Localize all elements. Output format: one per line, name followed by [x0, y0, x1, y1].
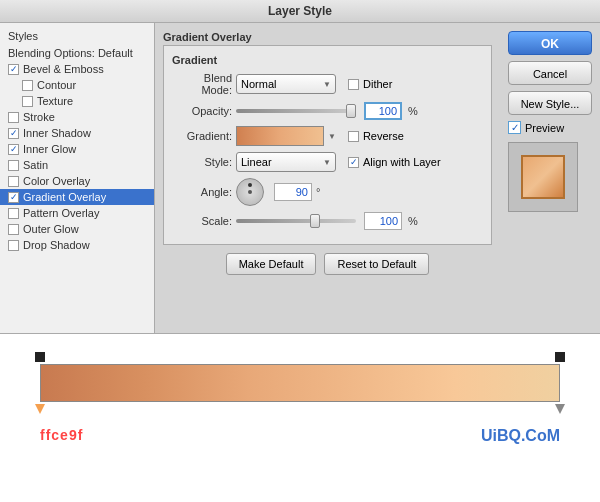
opacity-row: Opacity: %: [172, 102, 483, 120]
right-panel: OK Cancel New Style... Preview: [500, 23, 600, 333]
dropdown-arrow-gradient-icon: ▼: [328, 132, 336, 141]
watermark-label: UiBQ.CoM: [481, 427, 560, 445]
blend-mode-value: Normal: [241, 78, 276, 90]
gradient-swatch[interactable]: [236, 126, 324, 146]
preview-label: Preview: [525, 122, 564, 134]
gradient-bar: [41, 365, 559, 401]
color-overlay-checkbox[interactable]: [8, 176, 19, 187]
sidebar-title: Styles: [0, 27, 154, 45]
sidebar-item-pattern-overlay[interactable]: Pattern Overlay: [0, 205, 154, 221]
sidebar-item-gradient-overlay[interactable]: Gradient Overlay: [0, 189, 154, 205]
dither-checkbox[interactable]: [348, 79, 359, 90]
sidebar-item-inner-shadow[interactable]: Inner Shadow: [0, 125, 154, 141]
dialog-body: Styles Blending Options: Default Bevel &…: [0, 23, 600, 333]
sidebar-item-contour[interactable]: Contour: [0, 77, 154, 93]
style-label: Style:: [172, 156, 232, 168]
pattern-overlay-checkbox[interactable]: [8, 208, 19, 219]
angle-input[interactable]: [274, 183, 312, 201]
gradient-bar-container: [20, 364, 580, 402]
scale-label: Scale:: [172, 215, 232, 227]
section-title: Gradient Overlay: [163, 31, 492, 43]
opacity-label: Opacity:: [172, 105, 232, 117]
stop-bottom-left[interactable]: [35, 404, 45, 414]
dial-center: [248, 190, 252, 194]
stroke-checkbox[interactable]: [8, 112, 19, 123]
bevel-emboss-checkbox[interactable]: [8, 64, 19, 75]
scale-row: Scale: %: [172, 212, 483, 230]
sidebar: Styles Blending Options: Default Bevel &…: [0, 23, 155, 333]
scale-input[interactable]: [364, 212, 402, 230]
blend-mode-dropdown[interactable]: Normal ▼: [236, 74, 336, 94]
satin-checkbox[interactable]: [8, 160, 19, 171]
gradient-overlay-checkbox[interactable]: [8, 192, 19, 203]
opacity-input[interactable]: [364, 102, 402, 120]
style-dropdown-arrow-icon: ▼: [323, 158, 331, 167]
item-label: Gradient Overlay: [23, 191, 106, 203]
texture-checkbox[interactable]: [22, 96, 33, 107]
contour-checkbox[interactable]: [22, 80, 33, 91]
sidebar-item-blending-options[interactable]: Blending Options: Default: [0, 45, 154, 61]
sidebar-item-inner-glow[interactable]: Inner Glow: [0, 141, 154, 157]
sidebar-item-texture[interactable]: Texture: [0, 93, 154, 109]
new-style-button[interactable]: New Style...: [508, 91, 592, 115]
preview-row: Preview: [508, 121, 592, 134]
preview-thumbnail: [508, 142, 578, 212]
group-title: Gradient: [172, 54, 483, 66]
opacity-slider-thumb[interactable]: [346, 104, 356, 118]
reverse-checkbox[interactable]: [348, 131, 359, 142]
stop-top-right[interactable]: [555, 352, 565, 362]
title-bar: Layer Style: [0, 0, 600, 23]
gradient-label: Gradient:: [172, 130, 232, 142]
color-hex-label: ffce9f: [40, 427, 83, 445]
reverse-label: Reverse: [363, 130, 404, 142]
item-label: Inner Shadow: [23, 127, 91, 139]
scale-unit: %: [408, 215, 418, 227]
sidebar-item-outer-glow[interactable]: Outer Glow: [0, 221, 154, 237]
style-row: Style: Linear ▼ Align with Layer: [172, 152, 483, 172]
item-label: Stroke: [23, 111, 55, 123]
sidebar-item-color-overlay[interactable]: Color Overlay: [0, 173, 154, 189]
angle-unit: °: [316, 186, 320, 198]
item-label: Inner Glow: [23, 143, 76, 155]
align-with-layer-checkbox[interactable]: [348, 157, 359, 168]
item-label: Color Overlay: [23, 175, 90, 187]
dither-label: Dither: [363, 78, 392, 90]
item-label: Blending Options: Default: [8, 47, 133, 59]
dialog-title: Layer Style: [268, 4, 332, 18]
gradient-row: Gradient: ▼ Reverse: [172, 126, 483, 146]
angle-dial[interactable]: [236, 178, 264, 206]
item-label: Outer Glow: [23, 223, 79, 235]
dial-dot: [248, 183, 252, 187]
outer-glow-checkbox[interactable]: [8, 224, 19, 235]
dropdown-arrow-icon: ▼: [323, 80, 331, 89]
align-with-layer-label: Align with Layer: [363, 156, 441, 168]
stop-top-left[interactable]: [35, 352, 45, 362]
scale-slider-track[interactable]: [236, 219, 356, 223]
item-label: Pattern Overlay: [23, 207, 99, 219]
item-label: Contour: [37, 79, 76, 91]
blend-mode-label: Blend Mode:: [172, 72, 232, 96]
cancel-button[interactable]: Cancel: [508, 61, 592, 85]
stop-bottom-right[interactable]: [555, 404, 565, 414]
item-label: Bevel & Emboss: [23, 63, 104, 75]
ok-button[interactable]: OK: [508, 31, 592, 55]
opacity-slider-track[interactable]: [236, 109, 356, 113]
sidebar-item-stroke[interactable]: Stroke: [0, 109, 154, 125]
reset-to-default-button[interactable]: Reset to Default: [324, 253, 429, 275]
inner-shadow-checkbox[interactable]: [8, 128, 19, 139]
item-label: Drop Shadow: [23, 239, 90, 251]
sidebar-item-bevel-emboss[interactable]: Bevel & Emboss: [0, 61, 154, 77]
preview-checkbox[interactable]: [508, 121, 521, 134]
action-buttons: Make Default Reset to Default: [163, 253, 492, 275]
main-content: Gradient Overlay Gradient Blend Mode: No…: [155, 23, 500, 333]
drop-shadow-checkbox[interactable]: [8, 240, 19, 251]
sidebar-item-satin[interactable]: Satin: [0, 157, 154, 173]
sidebar-item-drop-shadow[interactable]: Drop Shadow: [0, 237, 154, 253]
opacity-unit: %: [408, 105, 418, 117]
scale-slider-thumb[interactable]: [310, 214, 320, 228]
inner-glow-checkbox[interactable]: [8, 144, 19, 155]
angle-label: Angle:: [172, 186, 232, 198]
style-value: Linear: [241, 156, 272, 168]
style-dropdown[interactable]: Linear ▼: [236, 152, 336, 172]
make-default-button[interactable]: Make Default: [226, 253, 317, 275]
